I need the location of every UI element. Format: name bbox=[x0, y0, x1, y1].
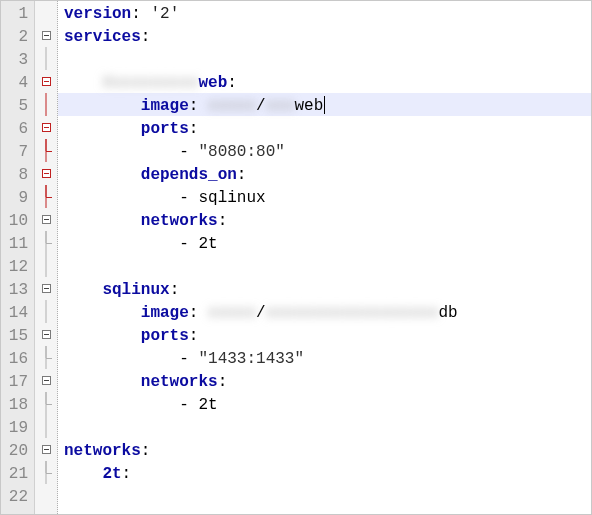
code-line[interactable]: image: xxxxx/xxxweb bbox=[58, 95, 591, 118]
line-number: 15 bbox=[5, 325, 28, 348]
line-number: 22 bbox=[5, 486, 28, 509]
code-line[interactable]: networks: bbox=[58, 371, 591, 394]
fold-cell bbox=[35, 346, 57, 369]
line-number: 4 bbox=[5, 72, 28, 95]
code-line[interactable]: sqlinux: bbox=[58, 279, 591, 302]
line-number: 10 bbox=[5, 210, 28, 233]
fold-cell bbox=[35, 47, 57, 70]
code-line[interactable]: - 2t bbox=[58, 233, 591, 256]
code-line[interactable] bbox=[58, 486, 591, 509]
fold-cell bbox=[35, 139, 57, 162]
code-line[interactable]: Xxxxxxxxxxweb: bbox=[58, 72, 591, 95]
code-line[interactable]: image: xxxxx/xxxxxxxxxxxxxxxxxxdb bbox=[58, 302, 591, 325]
fold-cell bbox=[35, 277, 57, 300]
code-line[interactable]: networks: bbox=[58, 440, 591, 463]
line-number: 2 bbox=[5, 26, 28, 49]
fold-toggle-icon[interactable] bbox=[42, 445, 51, 454]
code-area[interactable]: version: '2'services: Xxxxxxxxxxweb: ima… bbox=[58, 1, 591, 514]
line-number: 11 bbox=[5, 233, 28, 256]
text-caret bbox=[324, 96, 325, 114]
line-number: 16 bbox=[5, 348, 28, 371]
fold-cell bbox=[35, 254, 57, 277]
line-number: 12 bbox=[5, 256, 28, 279]
code-line[interactable]: - "1433:1433" bbox=[58, 348, 591, 371]
fold-cell bbox=[35, 185, 57, 208]
code-editor[interactable]: 12345678910111213141516171819202122 vers… bbox=[0, 0, 592, 515]
line-number: 3 bbox=[5, 49, 28, 72]
fold-cell bbox=[35, 231, 57, 254]
code-line[interactable]: ports: bbox=[58, 325, 591, 348]
line-number: 18 bbox=[5, 394, 28, 417]
line-number: 5 bbox=[5, 95, 28, 118]
fold-cell bbox=[35, 24, 57, 47]
code-line[interactable]: depends_on: bbox=[58, 164, 591, 187]
fold-cell bbox=[35, 300, 57, 323]
code-line[interactable]: services: bbox=[58, 26, 591, 49]
line-number: 17 bbox=[5, 371, 28, 394]
line-number: 7 bbox=[5, 141, 28, 164]
code-line[interactable]: - "8080:80" bbox=[58, 141, 591, 164]
fold-cell bbox=[35, 208, 57, 231]
code-line[interactable]: - sqlinux bbox=[58, 187, 591, 210]
fold-toggle-icon[interactable] bbox=[42, 77, 51, 86]
code-line[interactable] bbox=[58, 49, 591, 72]
fold-cell bbox=[35, 1, 57, 24]
fold-toggle-icon[interactable] bbox=[42, 215, 51, 224]
fold-cell bbox=[35, 438, 57, 461]
fold-toggle-icon[interactable] bbox=[42, 169, 51, 178]
code-line[interactable]: - 2t bbox=[58, 394, 591, 417]
line-number: 9 bbox=[5, 187, 28, 210]
fold-cell bbox=[35, 392, 57, 415]
code-line[interactable]: networks: bbox=[58, 210, 591, 233]
fold-toggle-icon[interactable] bbox=[42, 376, 51, 385]
fold-toggle-icon[interactable] bbox=[42, 284, 51, 293]
fold-toggle-icon[interactable] bbox=[42, 123, 51, 132]
fold-toggle-icon[interactable] bbox=[42, 31, 51, 40]
code-line[interactable] bbox=[58, 417, 591, 440]
line-number: 20 bbox=[5, 440, 28, 463]
fold-cell bbox=[35, 484, 57, 507]
fold-cell bbox=[35, 162, 57, 185]
fold-cell bbox=[35, 93, 57, 116]
line-number: 13 bbox=[5, 279, 28, 302]
fold-toggle-icon[interactable] bbox=[42, 330, 51, 339]
line-number: 19 bbox=[5, 417, 28, 440]
line-number: 6 bbox=[5, 118, 28, 141]
fold-cell bbox=[35, 461, 57, 484]
line-number: 14 bbox=[5, 302, 28, 325]
fold-cell bbox=[35, 116, 57, 139]
fold-cell bbox=[35, 415, 57, 438]
line-number: 8 bbox=[5, 164, 28, 187]
code-line[interactable] bbox=[58, 256, 591, 279]
code-line[interactable]: version: '2' bbox=[58, 3, 591, 26]
line-number-gutter: 12345678910111213141516171819202122 bbox=[1, 1, 35, 514]
fold-column bbox=[35, 1, 58, 514]
line-number: 1 bbox=[5, 3, 28, 26]
code-line[interactable]: ports: bbox=[58, 118, 591, 141]
fold-cell bbox=[35, 323, 57, 346]
code-line[interactable]: 2t: bbox=[58, 463, 591, 486]
fold-cell bbox=[35, 369, 57, 392]
fold-cell bbox=[35, 70, 57, 93]
line-number: 21 bbox=[5, 463, 28, 486]
